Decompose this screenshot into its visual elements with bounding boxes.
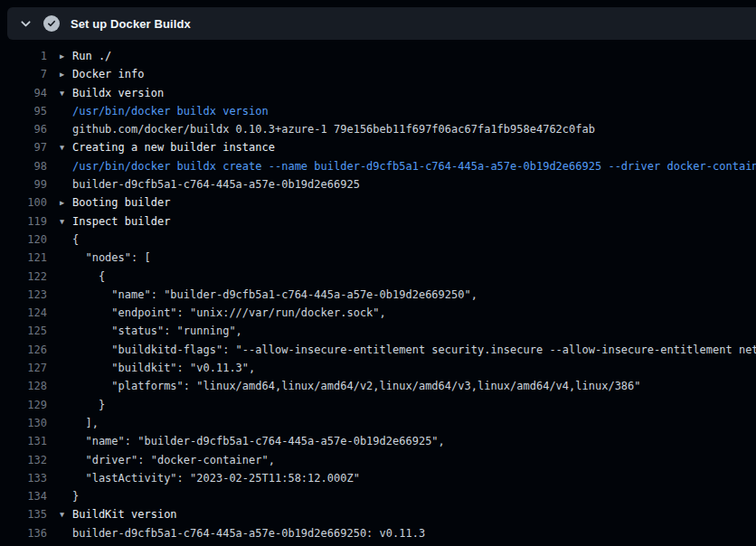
line-number-link[interactable]: 129 — [0, 396, 47, 414]
log-line-text: "driver": "docker-container", — [60, 451, 275, 469]
log-line-text: "status": "running", — [60, 322, 242, 340]
log-line: 122 { — [0, 268, 756, 286]
line-number-link[interactable]: 128 — [0, 377, 47, 395]
log-line-text: builder-d9cfb5a1-c764-445a-a57e-0b19d2e6… — [60, 524, 425, 542]
chevron-right-icon: ▶ — [60, 65, 72, 83]
log-line-text: github.com/docker/buildx 0.10.3+azure-1 … — [60, 120, 595, 138]
line-number-link[interactable]: 120 — [0, 231, 47, 249]
log-line: 95 /usr/bin/docker buildx version — [0, 102, 756, 120]
line-number-link[interactable]: 123 — [0, 286, 47, 304]
log-line-text: ▼Buildx version — [60, 84, 164, 102]
log-line: 123 "name": "builder-d9cfb5a1-c764-445a-… — [0, 286, 756, 304]
log-line-text: ▶Booting builder — [60, 193, 170, 212]
check-circle-icon — [43, 15, 60, 32]
line-number-link[interactable]: 122 — [0, 268, 47, 286]
log-line: 124 "endpoint": "unix:///var/run/docker.… — [0, 304, 756, 322]
group-label: Docker info — [72, 68, 144, 80]
log-viewer: 1 ▶Run ./ 7 ▶Docker info 94 ▼Buildx vers… — [0, 40, 756, 542]
line-number-link[interactable]: 95 — [0, 102, 47, 120]
line-number-link[interactable]: 97 — [0, 138, 47, 156]
line-number-link[interactable]: 94 — [0, 84, 47, 102]
log-line-text: "platforms": "linux/amd64,linux/amd64/v2… — [60, 377, 641, 395]
log-line-text: { — [60, 268, 105, 286]
line-number-link[interactable]: 136 — [0, 524, 47, 542]
chevron-down-icon: ▼ — [60, 212, 72, 231]
line-number-link[interactable]: 125 — [0, 322, 47, 340]
log-line-text: ▼Inspect builder — [60, 212, 170, 231]
log-line: 96 github.com/docker/buildx 0.10.3+azure… — [0, 120, 756, 138]
chevron-down-icon: ▼ — [60, 84, 72, 102]
log-group-line[interactable]: 97 ▼Creating a new builder instance — [0, 138, 756, 156]
log-line: 128 "platforms": "linux/amd64,linux/amd6… — [0, 377, 756, 395]
log-line-text: "endpoint": "unix:///var/run/docker.sock… — [60, 304, 386, 322]
log-line: 99 builder-d9cfb5a1-c764-445a-a57e-0b19d… — [0, 175, 756, 193]
step-header[interactable]: Set up Docker Buildx — [7, 7, 756, 40]
line-number-link[interactable]: 130 — [0, 414, 47, 432]
line-number-link[interactable]: 131 — [0, 432, 47, 450]
log-line-text: builder-d9cfb5a1-c764-445a-a57e-0b19d2e6… — [60, 175, 360, 193]
log-line-text: ▼BuildKit version — [60, 505, 177, 523]
log-line: 127 "buildkit": "v0.11.3", — [0, 359, 756, 377]
log-line: 129 } — [0, 396, 756, 414]
line-number-link[interactable]: 121 — [0, 249, 47, 267]
log-line-text: { — [60, 231, 79, 249]
log-line-text: ▶Docker info — [60, 65, 144, 83]
line-number-link[interactable]: 135 — [0, 505, 47, 523]
log-line-text: "name": "builder-d9cfb5a1-c764-445a-a57e… — [60, 286, 477, 304]
group-label: Booting builder — [72, 196, 170, 209]
log-line-text: ], — [60, 414, 99, 432]
log-line: 131 "name": "builder-d9cfb5a1-c764-445a-… — [0, 432, 756, 450]
log-group-line[interactable]: 100 ▶Booting builder — [0, 193, 756, 212]
chevron-right-icon: ▶ — [60, 193, 72, 212]
log-group-line[interactable]: 119 ▼Inspect builder — [0, 212, 756, 231]
collapse-toggle[interactable] — [7, 18, 43, 30]
group-label: Run ./ — [72, 50, 111, 62]
log-line-text: "name": "builder-d9cfb5a1-c764-445a-a57e… — [60, 432, 445, 450]
line-number-link[interactable]: 7 — [0, 65, 47, 83]
line-number-link[interactable]: 99 — [0, 175, 47, 193]
line-number-link[interactable]: 126 — [0, 341, 47, 359]
line-number-link[interactable]: 133 — [0, 469, 47, 487]
line-number-link[interactable]: 98 — [0, 157, 47, 175]
log-line: 134 } — [0, 487, 756, 505]
chevron-down-icon: ▼ — [60, 138, 72, 156]
log-group-line[interactable]: 7 ▶Docker info — [0, 65, 756, 83]
log-line: 133 "lastActivity": "2023-02-25T11:58:12… — [0, 469, 756, 487]
log-line: 132 "driver": "docker-container", — [0, 451, 756, 469]
chevron-right-icon: ▶ — [60, 47, 72, 65]
line-number-link[interactable]: 132 — [0, 451, 47, 469]
log-line-text: /usr/bin/docker buildx version — [60, 102, 269, 120]
log-line-text: "nodes": [ — [60, 249, 151, 267]
line-number-link[interactable]: 1 — [0, 47, 47, 65]
log-line: 121 "nodes": [ — [0, 249, 756, 267]
group-label: Creating a new builder instance — [72, 141, 275, 154]
log-group-line[interactable]: 94 ▼Buildx version — [0, 84, 756, 102]
log-line-text: ▼Creating a new builder instance — [60, 138, 275, 156]
log-line: 98 /usr/bin/docker buildx create --name … — [0, 157, 756, 175]
log-line: 136 builder-d9cfb5a1-c764-445a-a57e-0b19… — [0, 524, 756, 542]
line-number-link[interactable]: 124 — [0, 304, 47, 322]
group-label: BuildKit version — [72, 508, 177, 521]
log-line: 130 ], — [0, 414, 756, 432]
line-number-link[interactable]: 119 — [0, 212, 47, 231]
log-line-text: "lastActivity": "2023-02-25T11:58:12.000… — [60, 469, 360, 487]
log-line-text: /usr/bin/docker buildx create --name bui… — [60, 157, 756, 175]
line-number-link[interactable]: 100 — [0, 193, 47, 212]
group-label: Buildx version — [72, 87, 164, 99]
log-group-line[interactable]: 135 ▼BuildKit version — [0, 505, 756, 523]
log-line: 125 "status": "running", — [0, 322, 756, 340]
log-group-line[interactable]: 1 ▶Run ./ — [0, 47, 756, 65]
log-line-text: } — [60, 396, 105, 414]
line-number-link[interactable]: 134 — [0, 487, 47, 505]
group-label: Inspect builder — [72, 215, 170, 228]
log-line-text: "buildkit": "v0.11.3", — [60, 359, 255, 377]
chevron-down-icon — [20, 18, 32, 30]
line-number-link[interactable]: 127 — [0, 359, 47, 377]
log-line-text: "buildkitd-flags": "--allow-insecure-ent… — [60, 341, 756, 359]
line-number-link[interactable]: 96 — [0, 120, 47, 138]
log-line-text: } — [60, 487, 79, 505]
log-line: 126 "buildkitd-flags": "--allow-insecure… — [0, 341, 756, 359]
chevron-down-icon: ▼ — [60, 505, 72, 523]
step-title: Set up Docker Buildx — [71, 17, 191, 31]
log-line: 120 { — [0, 231, 756, 249]
